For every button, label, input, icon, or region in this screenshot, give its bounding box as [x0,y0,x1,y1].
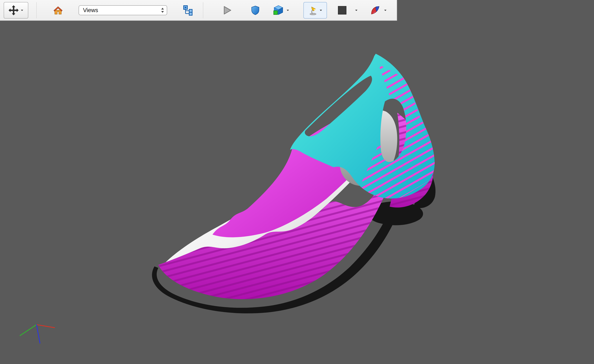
toolbar-separator [36,2,37,18]
render-style-button[interactable] [304,2,327,19]
home-button[interactable] [53,5,63,15]
play-button[interactable] [221,5,233,16]
view-cube-button[interactable] [273,5,290,16]
dark-swatch-icon [338,6,346,14]
shoe-model [152,54,440,313]
background-color-button[interactable] [338,6,358,14]
model-tree-button[interactable] [183,5,194,16]
viewport-3d[interactable] [0,0,594,364]
shield-icon [250,5,260,15]
shield-button[interactable] [250,5,260,15]
application-window: Views [0,0,594,364]
chevron-down-icon[interactable] [319,8,323,12]
chevron-down-icon[interactable] [286,8,290,12]
lamp-icon [308,5,318,16]
views-dropdown-label: Views [83,7,98,13]
axis-triad [20,325,54,343]
home-icon [53,5,63,15]
select-stepper-icon [160,6,165,14]
axis-z [37,325,40,343]
pan-tool-button[interactable] [4,2,28,19]
play-icon [221,5,233,16]
axis-x [37,325,54,328]
move-arrows-icon [8,5,19,16]
cone-icon [370,5,381,16]
main-toolbar: Views [0,0,397,21]
cube-icon [273,5,284,16]
chevron-down-icon[interactable] [354,8,358,12]
views-dropdown[interactable]: Views [79,5,167,15]
structure-tree-icon [183,5,194,16]
viewport-canvas[interactable] [0,0,594,364]
chevron-down-icon[interactable] [20,8,24,12]
toolbar-separator [203,2,203,18]
chevron-down-icon[interactable] [384,8,387,12]
appearance-button[interactable] [370,5,387,16]
axis-y [20,325,37,336]
